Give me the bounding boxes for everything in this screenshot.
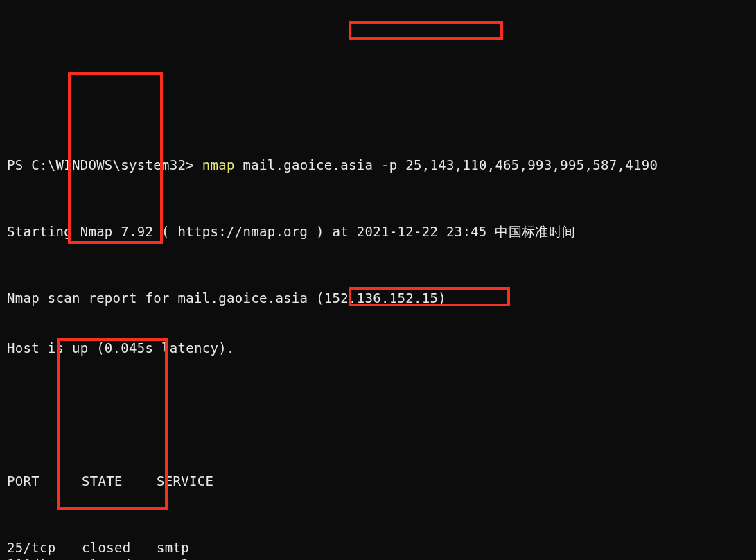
run1-table-header: PORTSTATESERVICE (7, 473, 749, 489)
col-port-hdr: PORT (7, 473, 82, 489)
run1-report-line: Nmap scan report for mail.gaoice.asia (1… (7, 290, 749, 306)
highlight-run1-timestamp (349, 21, 503, 40)
port-cell: 110/tcp (7, 556, 82, 560)
col-service-hdr: SERVICE (157, 473, 213, 489)
run1-command-line: PS C:\WINDOWS\system32> nmap mail.gaoice… (7, 157, 749, 173)
table-row: 25/tcpclosedsmtp (7, 539, 749, 556)
port-cell: 25/tcp (7, 539, 82, 556)
run1-timestamp: 2021-12-22 23:45 (357, 224, 487, 239)
ps-prompt: PS C:\WINDOWS\system32> (7, 157, 194, 173)
command-args: mail.gaoice.asia -p 25,143,110,465,993,9… (243, 157, 658, 173)
run1-host-line: Host is up (0.045s latency). (7, 340, 749, 356)
state-cell: closed (82, 539, 157, 556)
state-cell: closed (82, 556, 157, 560)
run1-starting-line: Starting Nmap 7.92 ( https://nmap.org ) … (7, 223, 749, 240)
starting-post: 中国标准时间 (487, 224, 576, 239)
run1-port-table: 25/tcpclosedsmtp110/tcpclosedpop3143/tcp… (7, 539, 749, 560)
service-cell: pop3 (157, 556, 189, 560)
table-row: 110/tcpclosedpop3 (7, 556, 749, 560)
command-name: nmap (202, 157, 235, 173)
starting-pre: Starting Nmap 7.92 ( https://nmap.org ) … (7, 224, 357, 239)
terminal-viewport[interactable]: PS C:\WINDOWS\system32> nmap mail.gaoice… (0, 0, 756, 560)
col-state-hdr: STATE (82, 473, 157, 489)
service-cell: smtp (157, 539, 189, 556)
